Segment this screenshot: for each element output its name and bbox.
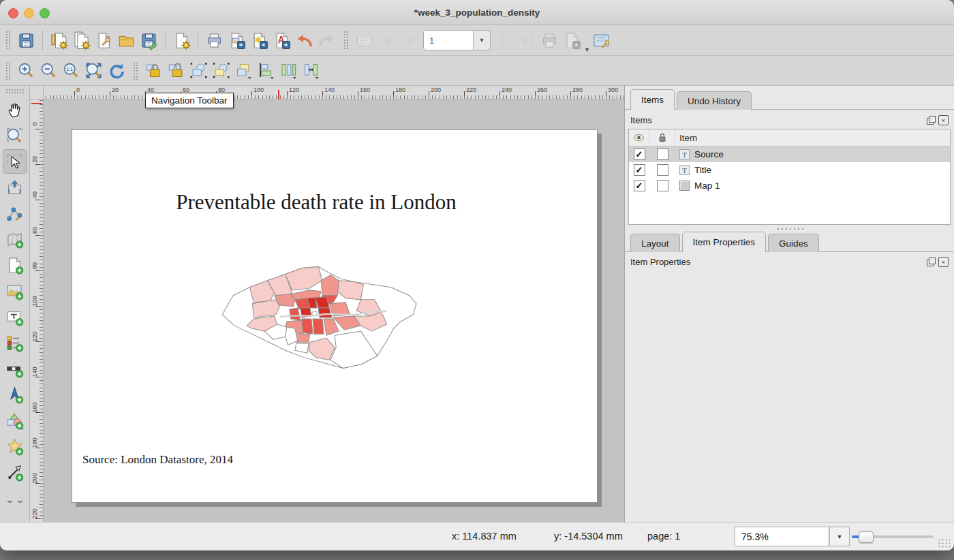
- zoom-slider[interactable]: [852, 535, 934, 538]
- zoom-out-button[interactable]: [37, 59, 60, 82]
- resize-items-button[interactable]: [300, 59, 322, 82]
- item-row-source[interactable]: Source: [629, 146, 950, 162]
- float-panel-icon[interactable]: [927, 258, 936, 266]
- lock-checkbox[interactable]: [657, 164, 668, 176]
- last-icon: [518, 31, 536, 50]
- add-arrow-icon: [5, 463, 24, 482]
- raise-selected-items-button[interactable]: [232, 59, 255, 82]
- export-as-svg-button[interactable]: [248, 29, 271, 52]
- visibility-checkbox[interactable]: [634, 149, 645, 160]
- tab-undo-history[interactable]: Undo History: [677, 91, 752, 110]
- page-readout: page: 1: [647, 531, 680, 542]
- window-title: *week_3_population_density: [0, 0, 954, 25]
- zoom-full-extent-button[interactable]: [82, 59, 105, 82]
- item-row-title[interactable]: Title: [629, 162, 950, 178]
- save-project-button[interactable]: [15, 29, 37, 52]
- print-atlas-button[interactable]: [538, 29, 561, 52]
- items-panel-header: Items ×: [625, 112, 954, 128]
- refresh-view-button[interactable]: [105, 59, 127, 82]
- visibility-checkbox[interactable]: [634, 180, 645, 191]
- atlas-settings-button[interactable]: [590, 29, 613, 52]
- tab-guides[interactable]: Guides: [768, 234, 819, 252]
- title-label-item[interactable]: Preventable death rate in London: [72, 190, 560, 215]
- lock-selected-items-button[interactable]: [142, 59, 165, 82]
- atlas-page-selector[interactable]: 1 ▼: [423, 30, 491, 50]
- undo-button[interactable]: [293, 29, 316, 52]
- ruler-label: 180: [31, 437, 40, 448]
- previous-icon: [400, 31, 418, 50]
- toolbar-grip[interactable]: [133, 61, 138, 80]
- horizontal-ruler: 0 20 40 60 80 100 120 140 160 180 200 22…: [44, 86, 624, 99]
- visibility-checkbox[interactable]: [634, 164, 645, 176]
- unlock-all-items-button[interactable]: [165, 59, 187, 82]
- ungroup-items-button[interactable]: [210, 59, 232, 82]
- layout-page[interactable]: Preventable death rate in London: [72, 129, 598, 503]
- toolbar-grip[interactable]: [5, 31, 11, 50]
- undo-icon: [295, 31, 313, 50]
- add-marker-tool[interactable]: [3, 434, 27, 458]
- zoom-slider-handle[interactable]: [859, 531, 874, 543]
- distribute-items-button[interactable]: [277, 59, 300, 82]
- align-selected-items-button[interactable]: [255, 59, 277, 82]
- item-row-map-1[interactable]: Map 1: [629, 178, 950, 193]
- add-north-arrow-tool[interactable]: [3, 382, 27, 407]
- zoom-dropdown-button[interactable]: ▼: [829, 527, 850, 546]
- zoom-actual-size-button[interactable]: 1:1: [60, 59, 82, 82]
- lock-checkbox[interactable]: [657, 149, 668, 160]
- tab-item-properties[interactable]: Item Properties: [682, 232, 767, 252]
- tab-items[interactable]: Items: [630, 89, 675, 110]
- duplicate-layout-button[interactable]: [70, 29, 93, 52]
- export-as-pdf-button[interactable]: [271, 29, 293, 52]
- pan-layout-tool[interactable]: [3, 97, 27, 122]
- add-3d-map-tool[interactable]: [3, 253, 27, 277]
- first-feature-button[interactable]: [375, 29, 398, 52]
- zoom-level-value[interactable]: 75.3%: [735, 527, 829, 546]
- add-arrow-tool[interactable]: [3, 460, 27, 484]
- export-atlas-button[interactable]: [561, 29, 583, 52]
- layout-manager-button[interactable]: [93, 29, 115, 52]
- close-panel-icon[interactable]: ×: [938, 115, 949, 125]
- add-map-tool[interactable]: [3, 227, 27, 251]
- add-label-tool[interactable]: [3, 305, 27, 329]
- add-scale-bar-tool[interactable]: [3, 356, 27, 381]
- more-tools-chevron[interactable]: ⌄⌄: [4, 495, 25, 505]
- export-as-image-button[interactable]: [226, 29, 248, 52]
- redo-button[interactable]: [316, 29, 338, 52]
- ruler-label: 120: [289, 87, 299, 93]
- close-panel-icon[interactable]: ×: [938, 257, 949, 267]
- edit-nodes-item-tool[interactable]: [3, 201, 27, 225]
- print-layout-button[interactable]: [203, 29, 226, 52]
- add-items-from-template-button[interactable]: [115, 29, 138, 52]
- move-item-content-tool[interactable]: [3, 175, 27, 200]
- new-layout-button[interactable]: [48, 29, 70, 52]
- select-move-item-tool[interactable]: [3, 149, 27, 174]
- zoom-level-combobox[interactable]: 75.3% ▼: [735, 527, 850, 546]
- page-setup-button[interactable]: [170, 29, 193, 52]
- next-feature-button[interactable]: [493, 29, 516, 52]
- previous-feature-button[interactable]: [398, 29, 420, 52]
- zoom-in-button[interactable]: [15, 59, 37, 82]
- toolbar-grip[interactable]: [343, 31, 349, 50]
- add-picture-tool[interactable]: [3, 279, 27, 303]
- window-resize-grip[interactable]: [938, 538, 950, 548]
- panel-splitter[interactable]: [776, 227, 803, 231]
- toolbar-grip[interactable]: [5, 61, 11, 80]
- ruler-label: 220: [466, 87, 476, 93]
- group-items-button[interactable]: [187, 59, 210, 82]
- last-feature-button[interactable]: [516, 29, 538, 52]
- zoom-to-region-tool[interactable]: [3, 123, 27, 148]
- atlas-page-dropdown[interactable]: ▼: [474, 30, 491, 50]
- layout-canvas[interactable]: Preventable death rate in London: [44, 99, 624, 522]
- add-legend-tool[interactable]: [3, 330, 27, 355]
- save-as-template-button[interactable]: [138, 29, 160, 52]
- tab-layout[interactable]: Layout: [630, 234, 680, 252]
- add-shape-tool[interactable]: [3, 408, 27, 433]
- toolbar-grip[interactable]: [5, 89, 25, 94]
- export-atlas-caret[interactable]: ▼: [584, 46, 590, 55]
- source-label-item[interactable]: Source: London Datastore, 2014: [82, 453, 233, 467]
- ruler-label: 300: [608, 87, 618, 93]
- map-item[interactable]: [214, 260, 420, 375]
- preview-atlas-button[interactable]: [353, 29, 375, 52]
- lock-checkbox[interactable]: [657, 180, 668, 191]
- float-panel-icon[interactable]: [927, 116, 936, 125]
